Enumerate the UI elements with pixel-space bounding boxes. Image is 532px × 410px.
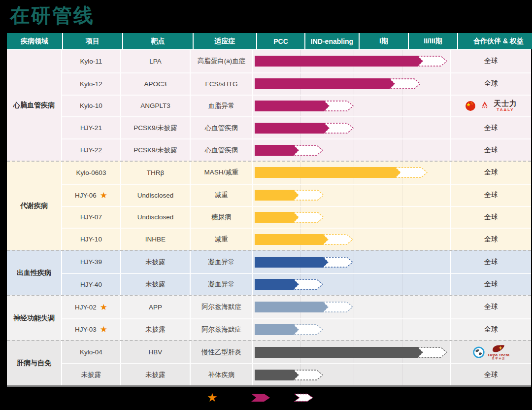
target-cell: INHBE xyxy=(121,228,191,250)
legend-dashed-arrow-icon xyxy=(294,393,313,402)
target-cell: THRβ xyxy=(121,162,191,184)
project-cell: HJY-03★ xyxy=(62,318,121,341)
indication-cell: 减重 xyxy=(191,228,253,250)
project-label: Kylo-0603 xyxy=(76,169,106,176)
indication-cell: 阿尔兹海默症 xyxy=(191,318,253,341)
progress-bar xyxy=(253,166,450,179)
target-cell: 未披露 xyxy=(121,318,191,341)
phase-track xyxy=(253,318,450,341)
project-cell: Kylo-10 xyxy=(62,95,121,117)
target-cell: Undisclosed xyxy=(121,184,191,206)
partner-cell: 全球 xyxy=(450,184,531,206)
partner-cell: 全球 xyxy=(450,363,531,385)
indication-cell: 减重 xyxy=(191,184,253,206)
project-label: HJY-40 xyxy=(80,281,102,288)
indication-cell: 心血管疾病 xyxy=(191,138,253,161)
partner-label: 全球 xyxy=(484,213,498,222)
indication-cell: 凝血异常 xyxy=(191,251,253,273)
partner-cell: 全球 xyxy=(450,138,531,161)
partner-cell: 全球 xyxy=(450,162,531,184)
header-cell-5: IND-enabling xyxy=(305,33,359,49)
target-cell: HBV xyxy=(121,341,191,363)
header-cell-6: I期 xyxy=(360,33,408,49)
partner-cell: 全球 xyxy=(450,50,531,72)
indication-cell: 糖尿病 xyxy=(191,206,253,228)
progress-bar xyxy=(253,189,450,202)
phase-track xyxy=(253,116,450,138)
target-cell: APOC3 xyxy=(121,72,191,95)
progress-bar xyxy=(253,233,450,246)
project-cell: HJY-22 xyxy=(62,138,121,161)
phase-track xyxy=(253,296,450,318)
project-label: HJY-10 xyxy=(80,236,102,243)
project-label: HJY-03 xyxy=(75,326,97,333)
phase-track xyxy=(253,251,450,273)
target-cell: 未披露 xyxy=(121,273,191,295)
partner-cell: 全球 xyxy=(450,296,531,318)
partner-cell: 全球 xyxy=(450,72,531,95)
disease-area-cell: 代谢疾病 xyxy=(7,162,62,250)
globe-icon xyxy=(473,346,485,358)
partner-cell: Hepa Thera星曜神源 xyxy=(450,341,531,363)
partner-cell: 全球 xyxy=(450,273,531,295)
disease-group: 神经功能失调HJY-02★APP阿尔兹海默症全球HJY-03★未披露阿尔兹海默症… xyxy=(7,295,531,341)
progress-bar xyxy=(253,369,450,381)
indication-cell: 心血管疾病 xyxy=(191,116,253,138)
project-label: Kylo-10 xyxy=(80,102,102,109)
tasly-mark-icon xyxy=(479,101,490,111)
indication-cell: FCS/sHTG xyxy=(191,72,253,95)
hepathera-sub: 星曜神源 xyxy=(492,357,505,360)
pipeline-groups: 心脑血管疾病Kylo-11LPA高脂蛋白(a)血症全球Kylo-12APOC3F… xyxy=(7,50,531,385)
disease-group: 出血性疾病HJY-39未披露凝血异常全球HJY-40未披露凝血异常全球 xyxy=(7,250,531,295)
progress-bar-solid xyxy=(255,190,299,201)
partner-label: 全球 xyxy=(484,57,498,66)
project-cell: Kylo-11 xyxy=(62,50,121,72)
star-icon: ★ xyxy=(100,303,107,311)
project-cell: HJY-40 xyxy=(62,273,121,295)
progress-bar-solid xyxy=(255,234,329,245)
project-label: 未披露 xyxy=(81,371,101,379)
project-cell: HJY-02★ xyxy=(62,296,121,318)
project-cell: 未披露 xyxy=(62,363,121,385)
phase-track xyxy=(253,138,450,161)
phase-track xyxy=(253,341,450,363)
table-header: 疾病领域项目靶点适应症PCCIND-enablingI期II/III期合作伙伴 … xyxy=(7,33,531,50)
partner-label: 全球 xyxy=(484,191,498,200)
progress-bar xyxy=(253,77,450,90)
target-cell: APP xyxy=(121,296,191,318)
tasly-latin: TAΔLY xyxy=(497,108,514,112)
disease-area-cell: 神经功能失调 xyxy=(7,296,62,341)
legend: ★ xyxy=(207,391,313,404)
progress-bar xyxy=(253,346,450,359)
project-cell: HJY-21 xyxy=(62,116,121,138)
project-label: Kylo-11 xyxy=(80,58,102,65)
indication-cell: 凝血异常 xyxy=(191,273,253,295)
disease-group: 心脑血管疾病Kylo-11LPA高脂蛋白(a)血症全球Kylo-12APOC3F… xyxy=(7,50,531,161)
progress-bar-solid xyxy=(255,212,299,223)
partner-label: 全球 xyxy=(484,124,498,133)
partner-cell: 全球 xyxy=(450,228,531,250)
project-cell: HJY-07 xyxy=(62,206,121,228)
progress-bar xyxy=(253,323,450,336)
progress-bar-dashed xyxy=(390,79,420,89)
phase-track xyxy=(253,184,450,206)
partner-label: 全球 xyxy=(484,280,498,289)
project-label: HJY-22 xyxy=(80,146,102,154)
progress-bar-solid xyxy=(255,279,299,290)
phase-track xyxy=(253,228,450,250)
partner-label: 全球 xyxy=(484,146,498,155)
target-cell: ANGPLT3 xyxy=(121,95,191,117)
star-icon: ★ xyxy=(100,191,107,200)
hepathera-leaf-icon xyxy=(492,344,505,353)
project-label: HJY-02 xyxy=(75,304,97,311)
page-title: 在研管线 xyxy=(10,2,95,29)
partner-label: 全球 xyxy=(484,168,498,177)
header-cell-3: 适应症 xyxy=(194,33,256,49)
project-cell: HJY-10 xyxy=(62,228,121,250)
partner-cell: 全球 xyxy=(450,251,531,273)
progress-bar-solid xyxy=(255,101,330,111)
indication-cell: 补体疾病 xyxy=(191,363,253,385)
progress-bar-solid xyxy=(255,145,299,156)
project-cell: Kylo-04 xyxy=(62,341,121,363)
header-cell-2: 靶点 xyxy=(123,33,193,49)
